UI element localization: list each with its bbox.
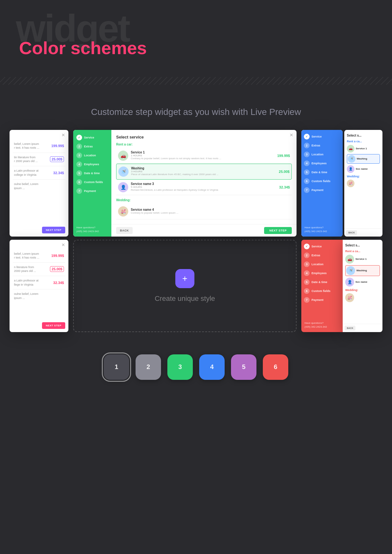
service-row-2[interactable]: 🚿 Washing 3 HOURS Piece of classical Lat… bbox=[116, 164, 292, 180]
service-item-pink-3: a Latin professor atllege in Virginia 32… bbox=[13, 276, 65, 289]
red-rent-label: Rent a ca... bbox=[345, 250, 380, 253]
next-step-button-pink[interactable]: NEXT STEP bbox=[42, 322, 65, 329]
s-desc-4: Contrary to popular belief, Lorem ipsum … bbox=[131, 211, 290, 215]
red-thumb-3: 👤 bbox=[345, 278, 354, 287]
blue-service-row-3: 👤 Svc name bbox=[347, 165, 380, 173]
red-step-num-6: 6 bbox=[304, 288, 310, 294]
partial-step-label-payment: Payment bbox=[312, 188, 324, 192]
widget-main-green: ✓ Service 2 Extras 3 Location 4 Employee… bbox=[73, 130, 297, 237]
red-footer: Have questions? (435) 342-2423-342 bbox=[304, 321, 327, 329]
create-style-plus-button[interactable]: + bbox=[175, 269, 194, 288]
red-content-area: Select s... Rent a ca... 🚗 Service 1 🚿 W… bbox=[343, 240, 382, 332]
close-icon-main[interactable]: ✕ bbox=[290, 132, 293, 138]
step-label-service: Service bbox=[84, 136, 94, 139]
red-step-label-custom: Custom fields bbox=[312, 289, 331, 293]
service-info-3: Service name 3 5 HOURS Richard McClintoc… bbox=[131, 182, 271, 192]
blue-service-row-1: 🚗 Service 1 bbox=[347, 145, 380, 153]
service-row-3[interactable]: 👤 Service name 3 5 HOURS Richard McClint… bbox=[116, 180, 292, 195]
partial-step-employees: 4 Employees bbox=[304, 160, 340, 166]
blue-thumb-2: 🚿 bbox=[348, 155, 355, 163]
red-name-3: Svc name bbox=[355, 281, 367, 283]
step-label-location: Location bbox=[84, 154, 96, 157]
service-select-content: ✕ Select service Rent a car: 🚗 Service 1… bbox=[111, 130, 297, 224]
color-btn-2[interactable]: 2 bbox=[136, 354, 161, 380]
sidebar-step-payment: 7 Payment bbox=[76, 188, 108, 194]
red-service-row-2: 🚿 Washing bbox=[345, 265, 380, 276]
step-label-extras: Extras bbox=[84, 145, 93, 148]
color-btn-5[interactable]: 5 bbox=[231, 354, 256, 380]
step-label-datetime: Date & time bbox=[84, 172, 100, 175]
red-step-label-employees: Employees bbox=[312, 272, 327, 275]
next-step-button-green[interactable]: NEXT STEP bbox=[264, 227, 292, 234]
red-back-btn[interactable]: BACK bbox=[345, 326, 355, 330]
red-content-inner: Select s... Rent a ca... 🚗 Service 1 🚿 W… bbox=[343, 240, 382, 306]
blue-service-row-4: 💒 bbox=[347, 180, 380, 187]
sidebar-step-custom: 6 Custom fields bbox=[76, 179, 108, 185]
service-desc-pink-3: a Latin professor atllege in Virginia bbox=[14, 279, 38, 287]
step-num-7: 7 bbox=[76, 188, 82, 194]
red-name-1: Service 1 bbox=[355, 258, 367, 260]
step-label-payment: Payment bbox=[84, 189, 96, 193]
service-row-1[interactable]: 🚗 Service 1 1 HOURS Contrary to popular … bbox=[116, 148, 292, 164]
close-icon-pink[interactable]: ✕ bbox=[61, 242, 65, 247]
category-wedding: Wedding: bbox=[116, 198, 292, 202]
service-cost-3: 32.34$ bbox=[274, 185, 290, 189]
back-button-green[interactable]: BACK bbox=[116, 227, 133, 234]
category-rent-a-car: Rent a car: bbox=[116, 143, 292, 146]
s-desc-3: Richard McClintock, a Latin professor at… bbox=[131, 188, 271, 192]
partial-step-label-location: Location bbox=[312, 153, 324, 156]
blue-back-btn[interactable]: BACK bbox=[346, 230, 357, 235]
partial-step-label-employees: Employees bbox=[312, 162, 327, 165]
sidebar-step-location: 3 Location bbox=[76, 153, 108, 158]
step-num-5: 5 bbox=[76, 170, 82, 176]
red-thumb-2: 🚿 bbox=[346, 266, 355, 275]
s-name-4: Service name 4 bbox=[131, 208, 290, 211]
blue-thumb-1: 🚗 bbox=[347, 145, 354, 153]
color-btn-4[interactable]: 4 bbox=[199, 354, 225, 380]
service-price-1: 199.99$ bbox=[51, 144, 64, 148]
color-btn-1[interactable]: 1 bbox=[104, 354, 129, 380]
partial-footer-phone: (435) 342-2423-342 bbox=[304, 230, 327, 233]
service-cost-2: 25.00$ bbox=[274, 170, 290, 174]
red-thumb-1: 🚗 bbox=[345, 255, 354, 264]
red-step-datetime: 5 Date & time bbox=[304, 279, 340, 285]
partial-step-label-datetime: Date & time bbox=[312, 171, 327, 174]
blue-wedding-label: Wedding: bbox=[347, 175, 380, 178]
sidebar-step-datetime: 5 Date & time bbox=[76, 170, 108, 176]
service-thumb-2: 🚿 bbox=[118, 167, 129, 177]
partial-step-datetime: 5 Date & time bbox=[304, 169, 340, 175]
partial-step-num-4: 4 bbox=[304, 160, 310, 166]
widget-partial-blue: ✓ Service 2 Extras 3 Location 4 Employee… bbox=[301, 130, 343, 237]
step-num-6: 6 bbox=[76, 179, 82, 185]
service-desc-pink-4: oulne belief, Lorem ipsum ... bbox=[14, 292, 46, 300]
service-row-4[interactable]: 💒 Service name 4 Contrary to popular bel… bbox=[116, 204, 292, 219]
service-item-pink-2: n literature from2000 years old ... 25.0… bbox=[13, 263, 65, 276]
next-step-button-purple[interactable]: NEXT STEP bbox=[42, 227, 65, 233]
partial-step-num-7: 7 bbox=[304, 187, 310, 193]
divider-stripe bbox=[0, 77, 392, 85]
create-style-label: Create unique style bbox=[155, 295, 215, 303]
s-name-3: Service name 3 bbox=[131, 182, 271, 186]
partial-step-label-service: Service bbox=[312, 135, 322, 138]
blue-bottom-bar: BACK bbox=[344, 228, 382, 237]
color-btn-6[interactable]: 6 bbox=[263, 354, 288, 380]
hero-section: widget Color schemes bbox=[0, 0, 392, 71]
red-footer-questions: Have questions? bbox=[304, 321, 327, 325]
color-btn-3[interactable]: 3 bbox=[167, 354, 193, 380]
close-icon[interactable]: ✕ bbox=[61, 132, 65, 138]
blue-thumb-3: 👤 bbox=[347, 165, 354, 173]
blue-info-3: Svc name bbox=[356, 167, 380, 170]
color-btn-3-label: 3 bbox=[178, 363, 182, 371]
widgets-row-2: ✕ belief, Lorem ipsumr text. It has root… bbox=[0, 240, 392, 332]
red-footer-phone: (435) 342-2423-342 bbox=[304, 325, 327, 329]
sidebar-step-extras: 2 Extras bbox=[76, 144, 108, 149]
red-step-num-7: 7 bbox=[304, 297, 310, 303]
blue-info-1: Service 1 bbox=[356, 147, 380, 150]
service-list: belief, Lorem ipsumr text. It has roots … bbox=[10, 130, 68, 196]
step-num-4: 4 bbox=[76, 161, 82, 167]
red-step-num-5: 5 bbox=[304, 279, 310, 285]
partial-step-num-2: 2 bbox=[304, 143, 310, 148]
color-btn-2-label: 2 bbox=[146, 363, 150, 371]
sidebar-step-service: ✓ Service bbox=[76, 135, 108, 140]
red-step-num-3: 3 bbox=[304, 261, 310, 267]
